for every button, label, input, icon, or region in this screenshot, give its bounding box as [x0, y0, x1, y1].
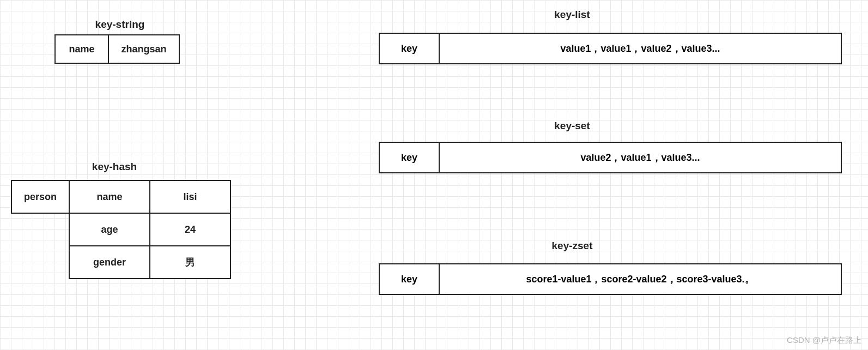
key-hash-field-1: age	[69, 213, 150, 246]
key-hash-key: person	[11, 180, 70, 214]
key-hash-field-0: name	[69, 180, 150, 214]
key-hash-value-0: lisi	[149, 180, 231, 214]
key-string-title: key-string	[87, 19, 153, 31]
key-list-title: key-list	[545, 9, 599, 21]
key-hash-row-2: gender 男	[69, 245, 231, 279]
key-hash-value-1: 24	[149, 213, 231, 246]
key-hash-title: key-hash	[87, 161, 142, 173]
key-zset-key: key	[380, 264, 440, 294]
key-string-key: name	[56, 35, 109, 63]
key-zset-value: score1-value1，score2-value2，score3-value…	[440, 264, 841, 294]
key-set-title: key-set	[545, 120, 599, 132]
watermark-text: CSDN @卢卢在路上	[787, 335, 861, 346]
key-list-box: key value1，value1，value2，value3...	[379, 33, 842, 64]
key-list-key: key	[380, 34, 440, 63]
key-set-box: key value2，value1，value3...	[379, 142, 842, 173]
key-list-value: value1，value1，value2，value3...	[440, 34, 841, 63]
key-hash-value-2: 男	[149, 245, 231, 279]
key-hash-row-0: person name lisi	[11, 180, 231, 214]
key-hash-row-1: age 24	[69, 213, 231, 246]
key-string-box: name zhangsan	[54, 34, 180, 64]
key-set-key: key	[380, 143, 440, 172]
key-set-value: value2，value1，value3...	[440, 143, 841, 172]
key-zset-title: key-zset	[545, 240, 599, 252]
key-hash-field-2: gender	[69, 245, 150, 279]
key-zset-box: key score1-value1，score2-value2，score3-v…	[379, 263, 842, 295]
key-string-value: zhangsan	[109, 35, 179, 63]
